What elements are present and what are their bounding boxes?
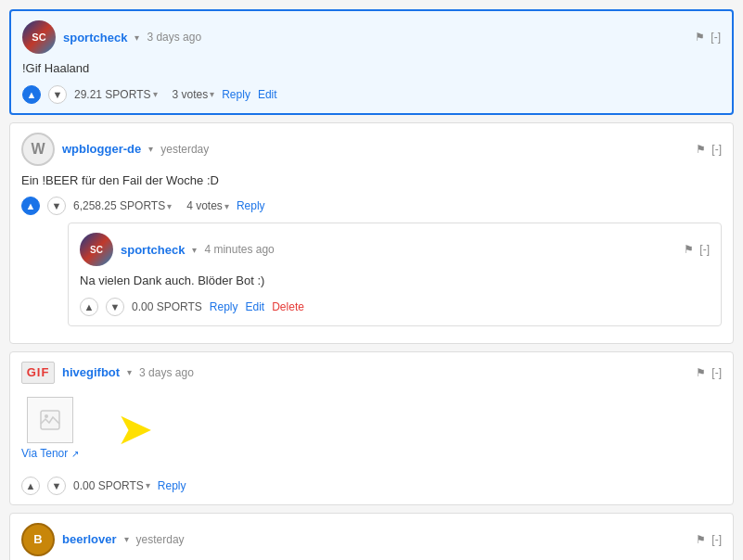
downvote-button[interactable]: ▼ [47,477,66,495]
gif-image [27,397,73,443]
sports-chevron-icon[interactable]: ▾ [153,89,158,99]
timestamp: 4 minutes ago [204,243,274,256]
comment-body: !Gif Haaland [22,59,721,78]
flag-button[interactable]: ⚑ [696,533,706,546]
hide-button[interactable]: [-] [711,143,722,156]
comment-footer-nested: ▲ ▼ 0.00 SPORTS Reply Edit Delete [80,298,710,316]
username[interactable]: wpblogger-de [62,142,141,156]
hide-button[interactable]: [-] [711,31,721,44]
comment-3: GIF hivegifbot ▾ 3 days ago ⚑ [-] Via Te… [9,351,734,505]
avatar: SC [22,20,56,54]
comment-4: B beerlover ▾ yesterday ⚑ [-] Hey @sport… [9,513,734,561]
gif-label: GIF [27,365,50,379]
flag-hide-controls: ⚑ [-] [696,366,722,379]
hide-button[interactable]: [-] [711,366,722,379]
votes-count: 3 votes ▾ [173,88,215,101]
downvote-button[interactable]: ▼ [47,197,66,215]
edit-link[interactable]: Edit [258,88,277,101]
reply-link[interactable]: Reply [222,88,250,101]
comment-1: SC sportcheck ▾ 3 days ago ⚑ [-] !Gif Ha… [9,9,734,115]
comment-2-header: W wpblogger-de ▾ yesterday ⚑ [-] [21,133,722,166]
comment-body: Ein !BEER für den Fail der Woche :D [21,172,722,190]
reply-link[interactable]: Reply [237,199,265,212]
comment-footer: ▲ ▼ 0.00 SPORTS ▾ Reply [21,477,722,495]
username[interactable]: sportcheck [63,31,127,45]
sports-amount: 6,258.25 SPORTS ▾ [73,199,172,212]
chevron-down-icon[interactable]: ▾ [135,32,139,43]
comment-footer: ▲ ▼ 29.21 SPORTS ▾ 3 votes ▾ Reply Edit [22,85,721,104]
gif-placeholder: Via Tenor ↗ [21,397,79,462]
comment-footer: ▲ ▼ 6,258.25 SPORTS ▾ 4 votes ▾ Reply [21,197,722,215]
upvote-button[interactable]: ▲ [21,477,40,495]
downvote-button[interactable]: ▼ [106,298,124,316]
edit-link[interactable]: Edit [246,300,265,313]
flag-button[interactable]: ⚑ [695,31,705,44]
username[interactable]: sportcheck [121,243,185,257]
votes-count: 4 votes ▾ [186,199,229,212]
comment-body: Na vielen Dank auch. Blöder Bot :) [80,272,710,290]
yellow-arrow-icon: ➤ [116,396,153,463]
nested-comment-2-1: SC sportcheck ▾ 4 minutes ago ⚑ [-] Na v… [68,223,722,326]
comment-2: W wpblogger-de ▾ yesterday ⚑ [-] Ein !BE… [9,122,734,344]
flag-button[interactable]: ⚑ [696,366,706,379]
comment-1-header-left: SC sportcheck ▾ 3 days ago [22,20,201,54]
reply-link[interactable]: Reply [210,300,238,313]
comment-header-nested: SC sportcheck ▾ 4 minutes ago ⚑ [-] [80,233,710,266]
reply-link[interactable]: Reply [158,479,186,492]
votes-chevron-icon[interactable]: ▾ [210,89,214,99]
avatar: GIF [21,362,55,384]
chevron-down-icon[interactable]: ▾ [148,144,153,154]
timestamp: yesterday [160,143,209,156]
sports-amount: 29.21 SPORTS ▾ [74,88,158,101]
votes-chevron-icon[interactable]: ▾ [224,201,229,211]
sports-amount: 0.00 SPORTS [132,300,202,313]
hide-button[interactable]: [-] [699,243,710,256]
flag-button[interactable]: ⚑ [696,143,706,156]
avatar: B [21,523,55,556]
comment-1-header: SC sportcheck ▾ 3 days ago ⚑ [-] [22,20,721,54]
sports-chevron-icon[interactable]: ▾ [167,201,172,211]
comment-body-gif: Via Tenor ↗ ➤ [21,389,722,469]
comment-block-nested: SC sportcheck ▾ 4 minutes ago ⚑ [-] Na v… [68,223,722,326]
upvote-button[interactable]: ▲ [80,298,98,316]
sports-amount: 0.00 SPORTS ▾ [73,479,150,492]
flag-hide-controls: ⚑ [-] [695,31,721,44]
delete-link[interactable]: Delete [272,300,304,313]
via-tenor-link[interactable]: Via Tenor ↗ [21,445,79,462]
comment-header-left-nested: SC sportcheck ▾ 4 minutes ago [80,233,275,266]
username[interactable]: beerlover [62,532,117,546]
comment-4-header-left: B beerlover ▾ yesterday [21,523,185,556]
downvote-button[interactable]: ▼ [48,85,67,104]
avatar: W [21,133,55,166]
flag-hide-controls: ⚑ [-] [696,533,722,546]
comment-3-header-left: GIF hivegifbot ▾ 3 days ago [21,362,194,384]
flag-button[interactable]: ⚑ [684,243,694,256]
flag-hide-controls: ⚑ [-] [696,143,722,156]
timestamp: 3 days ago [139,366,194,379]
upvote-button[interactable]: ▲ [21,197,40,215]
flag-hide-controls: ⚑ [-] [684,243,710,256]
comment-4-header: B beerlover ▾ yesterday ⚑ [-] [21,523,722,556]
comment-2-header-left: W wpblogger-de ▾ yesterday [21,133,209,166]
username[interactable]: hivegifbot [62,365,120,379]
chevron-down-icon[interactable]: ▾ [192,245,197,255]
chevron-down-icon[interactable]: ▾ [124,534,129,544]
timestamp: yesterday [136,533,185,546]
upvote-button[interactable]: ▲ [22,85,41,104]
chevron-down-icon[interactable]: ▾ [127,367,132,377]
timestamp: 3 days ago [147,31,201,44]
hide-button[interactable]: [-] [711,533,722,546]
avatar: SC [80,233,113,266]
comment-3-header: GIF hivegifbot ▾ 3 days ago ⚑ [-] [21,362,722,384]
svg-point-1 [45,414,48,418]
sports-chevron-icon[interactable]: ▾ [146,480,150,490]
